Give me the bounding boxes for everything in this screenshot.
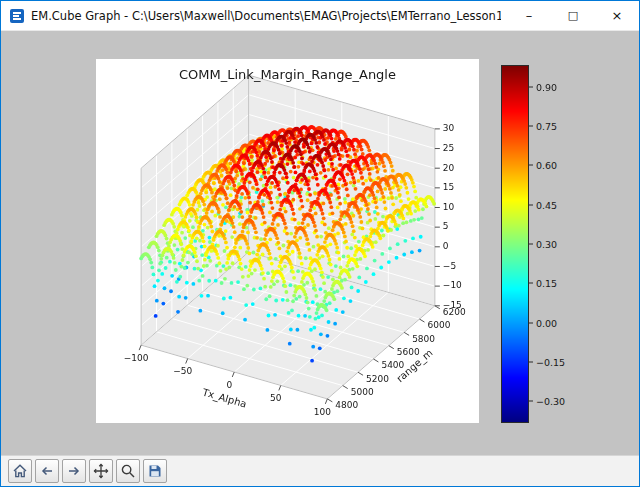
plot-toolbar	[1, 455, 639, 486]
colorbar-tick-mark	[529, 86, 533, 87]
plot3d-canvas[interactable]	[96, 59, 479, 423]
colorbar-tick-mark	[529, 165, 533, 166]
colorbar-tick-label: 0.60	[529, 160, 557, 171]
titlebar[interactable]: EM.Cube Graph - C:\Users\Maxwell\Documen…	[1, 1, 639, 31]
colorbar-tick-label: 0.30	[529, 239, 557, 250]
colorbar-tick-value: 0.15	[536, 278, 557, 289]
colorbar-tick-value: 0.30	[536, 239, 557, 250]
pan-button[interactable]	[89, 459, 113, 483]
colorbar-tick-value: 0.75	[536, 121, 557, 132]
colorbar-tick-value: 0.00	[536, 317, 557, 328]
colorbar: 0.900.750.600.450.300.150.00−0.15−0.30	[501, 65, 585, 423]
colorbar-tick-label: 0.45	[529, 199, 557, 210]
colorbar-tick-label: 0.15	[529, 278, 557, 289]
pan-icon	[93, 463, 109, 479]
colorbar-tick-value: 0.60	[536, 160, 557, 171]
maximize-button[interactable]: □	[551, 1, 595, 30]
window-title: EM.Cube Graph - C:\Users\Maxwell\Documen…	[31, 9, 501, 23]
back-button[interactable]	[35, 459, 59, 483]
app-icon	[9, 8, 25, 24]
colorbar-tick-value: 0.90	[536, 81, 557, 92]
save-button[interactable]	[143, 459, 167, 483]
forward-button[interactable]	[62, 459, 86, 483]
colorbar-tick-value: −0.30	[536, 396, 565, 407]
minimize-icon: –	[526, 8, 533, 23]
colorbar-tick-value: −0.15	[536, 356, 565, 367]
emcube-graph-window: EM.Cube Graph - C:\Users\Maxwell\Documen…	[0, 0, 640, 487]
plot-panel: COMM_Link_Margin_Range_Angle	[96, 59, 479, 423]
colorbar-gradient	[501, 65, 529, 423]
home-button[interactable]	[8, 459, 32, 483]
colorbar-tick-label: 0.90	[529, 81, 557, 92]
colorbar-tick-mark	[529, 322, 533, 323]
close-icon: ×	[612, 8, 623, 23]
back-icon	[39, 463, 55, 479]
figure-area: COMM_Link_Margin_Range_Angle 0.900.750.6…	[1, 31, 639, 455]
window-controls: – □ ×	[507, 1, 639, 30]
colorbar-tick-mark	[529, 244, 533, 245]
colorbar-tick-label: −0.30	[529, 396, 565, 407]
colorbar-tick-mark	[529, 126, 533, 127]
colorbar-tick-mark	[529, 361, 533, 362]
colorbar-tick-label: −0.15	[529, 356, 565, 367]
plot-title: COMM_Link_Margin_Range_Angle	[96, 67, 479, 82]
colorbar-tick-label: 0.75	[529, 121, 557, 132]
zoom-button[interactable]	[116, 459, 140, 483]
colorbar-tick-value: 0.45	[536, 199, 557, 210]
home-icon	[12, 463, 28, 479]
minimize-button[interactable]: –	[507, 1, 551, 30]
forward-icon	[66, 463, 82, 479]
colorbar-tick-mark	[529, 283, 533, 284]
colorbar-tick-mark	[529, 204, 533, 205]
colorbar-tick-mark	[529, 401, 533, 402]
zoom-icon	[120, 463, 136, 479]
close-button[interactable]: ×	[595, 1, 639, 30]
colorbar-tick-label: 0.00	[529, 317, 557, 328]
maximize-icon: □	[568, 9, 578, 22]
save-icon	[147, 463, 163, 479]
